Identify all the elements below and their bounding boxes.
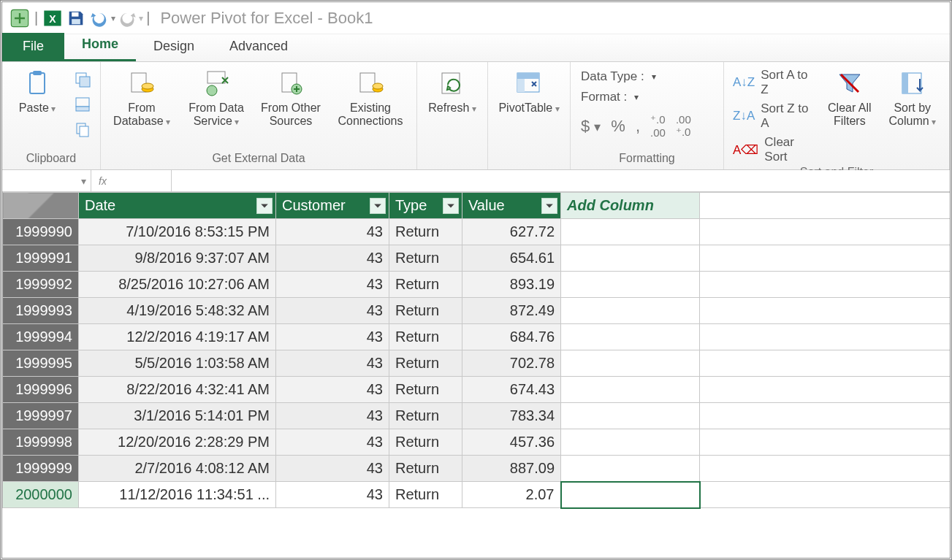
- cell-type[interactable]: Return: [389, 245, 462, 272]
- from-database-button[interactable]: From Database: [107, 65, 177, 130]
- table-row[interactable]: 19999973/1/2016 5:14:01 PM43Return783.34: [3, 403, 951, 429]
- from-other-sources-button[interactable]: From Other Sources: [256, 65, 326, 130]
- cell-customer[interactable]: 43: [276, 324, 389, 350]
- cell-value[interactable]: 627.72: [462, 219, 561, 245]
- cell-empty[interactable]: [561, 429, 700, 456]
- cell-empty[interactable]: [561, 272, 700, 298]
- cell-value[interactable]: 872.49: [462, 298, 561, 324]
- formula-input[interactable]: [172, 170, 950, 191]
- clear-all-filters-button[interactable]: Clear All Filters: [822, 65, 877, 130]
- cell-type[interactable]: Return: [389, 324, 462, 350]
- column-header-type[interactable]: Type: [389, 193, 462, 219]
- table-row[interactable]: 19999992/7/2016 4:08:12 AM43Return887.09: [3, 456, 951, 482]
- cell-date[interactable]: 12/20/2016 2:28:29 PM: [79, 429, 276, 456]
- cell-date[interactable]: 9/8/2016 9:37:07 AM: [79, 245, 276, 272]
- excel-icon[interactable]: X: [42, 8, 63, 28]
- cell-type[interactable]: Return: [389, 272, 462, 298]
- pivottable-button[interactable]: PivotTable: [494, 65, 564, 116]
- existing-connections-button[interactable]: Existing Connections: [330, 65, 411, 130]
- paste-replace-icon[interactable]: [71, 93, 94, 116]
- format-dropdown[interactable]: Format :▾: [581, 88, 691, 106]
- cell-value[interactable]: 457.36: [462, 429, 561, 456]
- copy-icon[interactable]: [71, 118, 94, 141]
- cell-date[interactable]: 7/10/2016 8:53:15 PM: [79, 219, 276, 245]
- save-icon[interactable]: [66, 8, 86, 28]
- tab-advanced[interactable]: Advanced: [212, 33, 305, 61]
- percent-icon[interactable]: %: [611, 117, 625, 136]
- sort-by-column-button[interactable]: Sort by Column: [881, 65, 943, 130]
- cell-empty[interactable]: [561, 456, 700, 482]
- cell-date[interactable]: 4/19/2016 5:48:32 AM: [79, 298, 276, 324]
- undo-dropdown[interactable]: ▾: [111, 13, 115, 23]
- filter-customer-icon[interactable]: [370, 198, 386, 214]
- cell-type[interactable]: Return: [389, 219, 462, 245]
- cell-empty[interactable]: [561, 350, 700, 377]
- cell-date[interactable]: 11/12/2016 11:34:51 ...: [79, 482, 276, 508]
- cell-date[interactable]: 5/5/2016 1:03:58 AM: [79, 350, 276, 377]
- tab-file[interactable]: File: [2, 33, 64, 61]
- row-header[interactable]: 1999992: [3, 272, 79, 298]
- cell-type[interactable]: Return: [389, 429, 462, 456]
- add-column-header[interactable]: Add Column: [561, 193, 700, 219]
- row-header[interactable]: 1999993: [3, 298, 79, 324]
- cell-date[interactable]: 3/1/2016 5:14:01 PM: [79, 403, 276, 429]
- cell-empty[interactable]: [561, 219, 700, 245]
- filter-value-icon[interactable]: [541, 198, 557, 214]
- cell-type[interactable]: Return: [389, 298, 462, 324]
- cell-value[interactable]: 893.19: [462, 272, 561, 298]
- row-header[interactable]: 1999998: [3, 429, 79, 456]
- cell-customer[interactable]: 43: [276, 456, 389, 482]
- select-all-corner[interactable]: [3, 193, 79, 219]
- cell-customer[interactable]: 43: [276, 377, 389, 403]
- paste-append-icon[interactable]: [71, 68, 94, 91]
- cell-empty[interactable]: [561, 403, 700, 429]
- cell-value[interactable]: 684.76: [462, 324, 561, 350]
- table-row[interactable]: 199999812/20/2016 2:28:29 PM43Return457.…: [3, 429, 951, 456]
- cell-type[interactable]: Return: [389, 403, 462, 429]
- currency-icon[interactable]: $ ▾: [581, 117, 601, 136]
- column-header-value[interactable]: Value: [462, 193, 561, 219]
- table-row[interactable]: 19999928/25/2016 10:27:06 AM43Return893.…: [3, 272, 951, 298]
- cell-type[interactable]: Return: [389, 482, 462, 508]
- cell-empty[interactable]: [561, 377, 700, 403]
- table-row[interactable]: 19999919/8/2016 9:37:07 AM43Return654.61: [3, 245, 951, 272]
- cell-value[interactable]: 654.61: [462, 245, 561, 272]
- clear-sort-button[interactable]: A⌫ Clear Sort: [733, 135, 815, 164]
- row-header[interactable]: 2000000: [3, 482, 79, 508]
- cell-type[interactable]: Return: [389, 350, 462, 377]
- row-header[interactable]: 1999996: [3, 377, 79, 403]
- sort-az-button[interactable]: A↓Z Sort A to Z: [733, 68, 815, 97]
- decrease-decimal-icon[interactable]: .00⁺.0: [676, 113, 691, 139]
- row-header[interactable]: 1999999: [3, 456, 79, 482]
- tab-design[interactable]: Design: [136, 33, 212, 61]
- filter-date-icon[interactable]: [256, 198, 273, 214]
- sort-za-button[interactable]: Z↓A Sort Z to A: [733, 101, 815, 131]
- cell-date[interactable]: 8/22/2016 4:32:41 AM: [79, 377, 276, 403]
- cell-customer[interactable]: 43: [276, 245, 389, 272]
- cell-customer[interactable]: 43: [276, 403, 389, 429]
- cell-type[interactable]: Return: [389, 377, 462, 403]
- cell-type[interactable]: Return: [389, 456, 462, 482]
- redo-dropdown[interactable]: ▾: [139, 13, 143, 23]
- increase-decimal-icon[interactable]: ⁺.0.00: [650, 113, 666, 139]
- cell-empty[interactable]: [561, 482, 700, 508]
- undo-icon[interactable]: [89, 8, 110, 28]
- name-box[interactable]: ▾: [2, 170, 91, 191]
- cell-empty[interactable]: [561, 324, 700, 350]
- cell-empty[interactable]: [561, 245, 700, 272]
- table-row[interactable]: 19999907/10/2016 8:53:15 PM43Return627.7…: [3, 219, 951, 245]
- cell-customer[interactable]: 43: [276, 219, 389, 245]
- cell-date[interactable]: 2/7/2016 4:08:12 AM: [79, 456, 276, 482]
- fx-label[interactable]: fx: [91, 170, 172, 191]
- table-row[interactable]: 199999412/2/2016 4:19:17 AM43Return684.7…: [3, 324, 951, 350]
- row-header[interactable]: 1999990: [3, 219, 79, 245]
- cell-value[interactable]: 2.07: [462, 482, 561, 508]
- cell-date[interactable]: 8/25/2016 10:27:06 AM: [79, 272, 276, 298]
- column-header-customer[interactable]: Customer: [276, 193, 389, 219]
- column-header-date[interactable]: Date: [79, 193, 276, 219]
- cell-customer[interactable]: 43: [276, 298, 389, 324]
- powerpivot-app-icon[interactable]: [9, 8, 30, 28]
- row-header[interactable]: 1999995: [3, 350, 79, 377]
- row-header[interactable]: 1999994: [3, 324, 79, 350]
- cell-value[interactable]: 887.09: [462, 456, 561, 482]
